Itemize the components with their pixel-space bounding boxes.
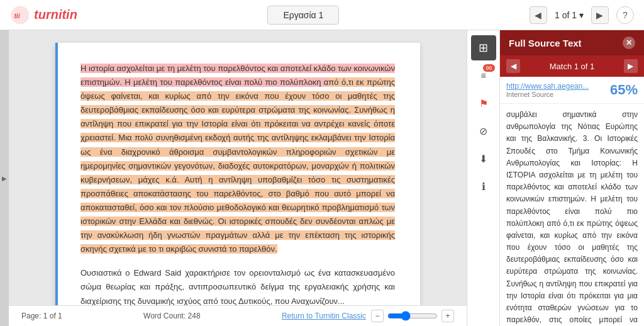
toolbar-info-button[interactable]: ℹ — [471, 174, 496, 199]
source-type-label: Internet Source — [506, 91, 589, 98]
match-icon: ≡ — [480, 70, 486, 81]
source-panel-title: Full Source Text — [509, 38, 582, 48]
zoom-in-button[interactable]: + — [441, 310, 454, 322]
paragraph-1: Η ιστορία ασχολείται με τη μελέτη του πα… — [80, 62, 395, 256]
paragraph-2: Ουσιαστικά ο Edward Said χαρακτήρισε τον… — [80, 266, 395, 305]
source-next-button[interactable]: ▶ — [624, 59, 638, 73]
highlighted-text-2: πό ό,τι εκ πρώτης όψεως φαίνεται, και κυ… — [80, 77, 395, 254]
header-nav: ◀ 1 of 1 ▾ ▶ ? — [530, 6, 634, 24]
source-match-label: Match 1 of 1 — [550, 62, 595, 71]
toolbar-download-button[interactable]: ⬇ — [471, 146, 496, 171]
source-url-bar: http://www.sah.aegean... Internet Source… — [500, 77, 644, 104]
return-to-turnitin-link[interactable]: Return to Turnitin Classic — [282, 312, 366, 320]
document-footer: Page: 1 of 1 Word Count: 248 Return to T… — [9, 305, 467, 326]
toolbar-match-button[interactable]: ≡ 96 — [471, 63, 496, 88]
right-toolbar: ⊞ ≡ 96 ⚑ ⊘ ⬇ ℹ — [467, 30, 499, 326]
source-url-link[interactable]: http://www.sah.aegean... — [506, 82, 589, 91]
document-page: Η ιστορία ασχολείται με τη μελέτη του πα… — [55, 43, 420, 305]
source-panel: Full Source Text ✕ ◀ Match 1 of 1 ▶ http… — [499, 30, 644, 326]
zoom-out-button[interactable]: − — [371, 310, 384, 322]
document-content[interactable]: Η ιστορία ασχολείται με τη μελέτη του πα… — [9, 30, 467, 305]
logo-text: turnitin — [34, 8, 77, 22]
assignment-tab[interactable]: Εργασία 1 — [267, 6, 339, 25]
prev-page-button[interactable]: ◀ — [530, 6, 547, 24]
page-indicator: 1 of 1 ▾ — [555, 10, 584, 20]
header: tii turnitin Εργασία 1 ◀ 1 of 1 ▾ ▶ ? — [0, 0, 644, 30]
toolbar-flag-button[interactable]: ⚑ — [471, 91, 496, 116]
word-count: Word Count: 248 — [143, 312, 201, 320]
source-body-text: συμβάλει σημαντικά στην ανθρωπολογία της… — [506, 109, 638, 326]
footer-actions: Return to Turnitin Classic − + — [282, 310, 454, 322]
document-panel: Η ιστορία ασχολείται με τη μελέτη του πα… — [9, 30, 467, 326]
source-panel-header: Full Source Text ✕ — [500, 30, 644, 55]
source-nav: ◀ Match 1 of 1 ▶ — [500, 55, 644, 77]
logo: tii turnitin — [10, 5, 77, 25]
help-button[interactable]: ? — [616, 6, 634, 24]
toolbar-filter-button[interactable]: ⊘ — [471, 118, 496, 143]
main-area: ▶ Η ιστορία ασχολείται με τη μελέτη του … — [0, 30, 644, 326]
source-body: συμβάλει σημαντικά στην ανθρωπολογία της… — [500, 104, 644, 326]
zoom-slider[interactable] — [387, 311, 438, 321]
page-info: Page: 1 of 1 — [21, 312, 62, 320]
svg-text:tii: tii — [14, 12, 20, 19]
left-panel-toggle[interactable]: ▶ — [0, 30, 9, 326]
left-panel-icon: ▶ — [1, 175, 8, 182]
source-prev-button[interactable]: ◀ — [506, 59, 520, 73]
next-page-button[interactable]: ▶ — [591, 6, 609, 24]
toolbar-layers-button[interactable]: ⊞ — [471, 35, 496, 60]
zoom-controls: − + — [371, 310, 454, 322]
turnitin-logo-icon: tii — [10, 5, 30, 25]
source-close-button[interactable]: ✕ — [623, 37, 635, 49]
match-badge: 96 — [483, 64, 494, 72]
source-percentage: 65% — [610, 82, 638, 98]
